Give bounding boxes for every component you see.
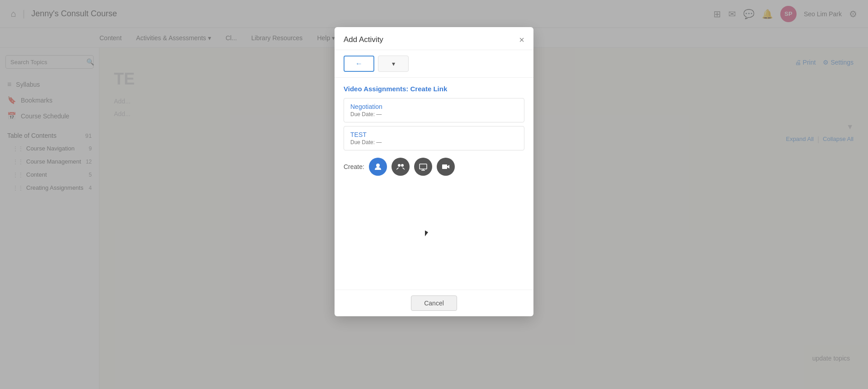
modal-toolbar: ← ▾ (335, 50, 533, 78)
video-item-title: Negotiation (350, 103, 518, 110)
modal-title: Add Activity (344, 35, 383, 44)
modal-header: Add Activity × (335, 27, 533, 50)
create-video-button[interactable] (437, 158, 455, 176)
modal-footer: Cancel (335, 290, 533, 316)
create-label: Create: (344, 163, 364, 170)
modal-body: Video Assignments: Create Link Negotiati… (335, 78, 533, 290)
video-item-test[interactable]: TEST Due Date: — (344, 126, 524, 150)
create-screen-button[interactable] (414, 158, 432, 176)
create-group-button[interactable] (392, 158, 410, 176)
svg-point-0 (376, 164, 380, 167)
svg-rect-3 (420, 164, 427, 169)
cancel-button[interactable]: Cancel (411, 295, 457, 311)
create-individual-button[interactable] (369, 158, 387, 176)
create-row: Create: (344, 158, 524, 176)
add-activity-modal: Add Activity × ← ▾ Video Assignments: Cr… (335, 27, 533, 316)
dropdown-button[interactable]: ▾ (378, 56, 409, 72)
back-button[interactable]: ← (344, 56, 374, 72)
svg-point-2 (401, 164, 404, 167)
section-title: Video Assignments: Create Link (344, 85, 524, 93)
video-item-title: TEST (350, 131, 518, 138)
svg-rect-6 (442, 164, 447, 169)
close-button[interactable]: × (519, 35, 524, 44)
video-item-due: Due Date: — (350, 111, 518, 117)
svg-point-1 (398, 164, 401, 167)
video-item-due: Due Date: — (350, 139, 518, 145)
video-item-negotiation[interactable]: Negotiation Due Date: — (344, 98, 524, 122)
modal-backdrop: Add Activity × ← ▾ Video Assignments: Cr… (0, 0, 868, 389)
